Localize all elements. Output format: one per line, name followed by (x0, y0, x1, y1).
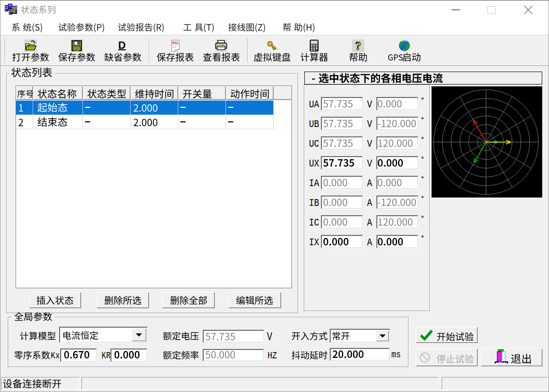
svg-text:EXL: EXL (172, 41, 179, 45)
svg-text:?: ? (356, 39, 362, 52)
